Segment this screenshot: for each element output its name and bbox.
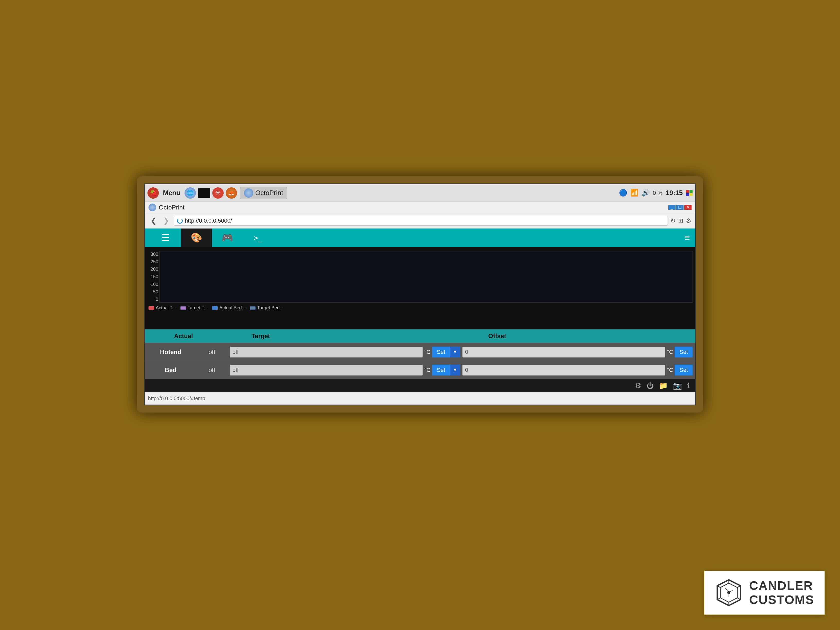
legend-label-actual-bed: Actual Bed: - [219, 305, 246, 311]
nav-bar: ❮ ❯ http://0.0.0.0:5000/ ↻ ⊞ ⚙ [145, 213, 695, 229]
screen-thumb-icon[interactable] [198, 188, 210, 197]
bed-set-group: Set ▼ [432, 365, 460, 376]
chart-plot [159, 251, 693, 303]
temperature-controls: Actual Target Offset Hotend off °C [145, 329, 695, 392]
browser-title: OctoPrint [159, 204, 185, 211]
bed-offset-group: °C Set [463, 365, 693, 376]
y-tick-100: 100 [150, 282, 158, 287]
url-text[interactable]: http://0.0.0.0:5000/ [185, 218, 232, 224]
bed-offset-set-button[interactable]: Set [675, 365, 693, 376]
legend-label-target-t: Target T: - [188, 305, 208, 311]
app-topnav: ☰ 🎨 🎮 >_ ≡ [145, 229, 695, 247]
hamburger-menu[interactable]: ≡ [685, 232, 690, 243]
settings-button[interactable]: ⚙ [686, 217, 692, 224]
header-actual: Actual [145, 329, 222, 343]
hotend-offset-input[interactable] [463, 347, 665, 357]
header-target: Target [222, 329, 299, 343]
bed-set-button[interactable]: Set [432, 365, 450, 376]
hotend-actual: off [196, 349, 227, 356]
bluetooth-icon: 🔵 [619, 189, 627, 197]
header-actual-label: Actual [174, 333, 193, 340]
bed-unit: °C [424, 367, 431, 373]
temperature-chart-area: 300 250 200 150 100 50 0 [145, 247, 695, 329]
forward-button[interactable]: ❯ [161, 215, 171, 226]
chart-container: 300 250 200 150 100 50 0 [147, 251, 693, 303]
legend-color-actual-t [148, 306, 154, 310]
app-bottom-icons: ⚙ ⏻ 📁 📷 ℹ [145, 379, 695, 392]
nav-temperature[interactable]: ☰ [150, 229, 181, 247]
y-tick-50: 50 [153, 289, 158, 295]
bookmark-button[interactable]: ⊞ [678, 217, 683, 224]
legend-label-actual-t: Actual T: - [156, 305, 176, 311]
wifi-icon: 📶 [630, 189, 638, 197]
status-url: http://0.0.0.0:5000/#temp [148, 396, 205, 401]
battery-percent: 0 % [653, 189, 663, 196]
terminal-nav-icon: >_ [254, 234, 262, 242]
folder-bottom-icon[interactable]: 📁 [659, 381, 668, 390]
wood-frame: 🍓 Menu 🌐 ✳ 🦊 OctoPrint 🔵 📶 🔊 0 % 19:15 [137, 176, 703, 412]
starburst-icon[interactable]: ✳ [212, 187, 224, 199]
y-axis: 300 250 200 150 100 50 0 [147, 251, 159, 303]
camera-bottom-icon[interactable]: 📷 [673, 381, 682, 390]
maximize-button[interactable]: □ [676, 205, 684, 210]
hotend-set-group: Set ▼ [432, 347, 460, 357]
bed-actual: off [196, 366, 227, 374]
nav-appearance[interactable]: 🎨 [181, 229, 212, 247]
bed-offset-input[interactable] [463, 365, 665, 376]
header-offset-label: Offset [488, 333, 506, 340]
hotend-target-input[interactable] [230, 347, 423, 357]
url-bar[interactable]: http://0.0.0.0:5000/ [174, 216, 668, 226]
close-button[interactable]: ✕ [684, 205, 692, 210]
loading-spinner [177, 218, 183, 224]
chart-legend: Actual T: - Target T: - Actual Bed: - Ta… [147, 305, 693, 311]
bed-label: Bed [147, 366, 194, 374]
globe-icon-1[interactable]: 🌐 [185, 187, 196, 199]
watermark-text: CANDLER CUSTOMS [749, 578, 814, 607]
refresh-button[interactable]: ↻ [670, 217, 676, 224]
control-nav-icon: 🎮 [221, 232, 233, 243]
y-tick-0: 0 [156, 297, 158, 302]
nav-terminal[interactable]: >_ [243, 229, 273, 247]
settings-bottom-icon[interactable]: ⚙ [635, 381, 641, 390]
y-tick-200: 200 [150, 267, 158, 272]
hotend-row: Hotend off °C Set ▼ °C Set [145, 343, 695, 361]
bed-target-input[interactable] [230, 365, 423, 376]
hotend-offset-group: °C Set [463, 347, 693, 357]
temp-table-header: Actual Target Offset [145, 329, 695, 343]
y-tick-150: 150 [150, 274, 158, 279]
legend-label-target-bed: Target Bed: - [257, 305, 284, 311]
firefox-icon[interactable]: 🦊 [226, 187, 237, 199]
minimize-button[interactable]: _ [668, 205, 676, 210]
menu-label[interactable]: Menu [161, 189, 182, 197]
back-button[interactable]: ❮ [148, 215, 158, 226]
octoprint-taskbar-tab[interactable]: OctoPrint [240, 187, 287, 199]
taskbar: 🍓 Menu 🌐 ✳ 🦊 OctoPrint 🔵 📶 🔊 0 % 19:15 [145, 184, 695, 202]
hotend-unit: °C [424, 349, 431, 355]
taskbar-right: 🔵 📶 🔊 0 % 19:15 [619, 189, 693, 197]
hotend-offset-set-button[interactable]: Set [675, 347, 693, 357]
hotend-set-dropdown[interactable]: ▼ [450, 347, 460, 357]
tab-globe-icon [244, 188, 253, 197]
status-bar: http://0.0.0.0:5000/#temp [145, 392, 695, 404]
browser-title-bar: OctoPrint _ □ ✕ [145, 202, 695, 213]
bed-row: Bed off °C Set ▼ °C Set [145, 361, 695, 379]
y-tick-300: 300 [150, 252, 158, 257]
raspberry-icon[interactable]: 🍓 [147, 187, 159, 199]
header-offset: Offset [299, 329, 695, 343]
hotend-target-group: °C Set ▼ [230, 347, 460, 357]
svg-point-12 [727, 591, 730, 594]
window-controls: _ □ ✕ [668, 205, 692, 210]
screen: 🍓 Menu 🌐 ✳ 🦊 OctoPrint 🔵 📶 🔊 0 % 19:15 [144, 183, 696, 405]
info-bottom-icon[interactable]: ℹ [687, 381, 690, 390]
y-tick-250: 250 [150, 259, 158, 265]
temperature-nav-icon: ☰ [161, 232, 170, 243]
legend-actual-bed: Actual Bed: - [212, 305, 246, 311]
bed-target-group: °C Set ▼ [230, 365, 460, 376]
power-bottom-icon[interactable]: ⏻ [646, 381, 654, 390]
octoprint-tab-label: OctoPrint [255, 189, 283, 197]
hotend-set-button[interactable]: Set [432, 347, 450, 357]
legend-target-bed: Target Bed: - [250, 305, 284, 311]
bed-set-dropdown[interactable]: ▼ [450, 365, 460, 376]
nav-control[interactable]: 🎮 [212, 229, 243, 247]
legend-color-target-bed [250, 306, 256, 310]
